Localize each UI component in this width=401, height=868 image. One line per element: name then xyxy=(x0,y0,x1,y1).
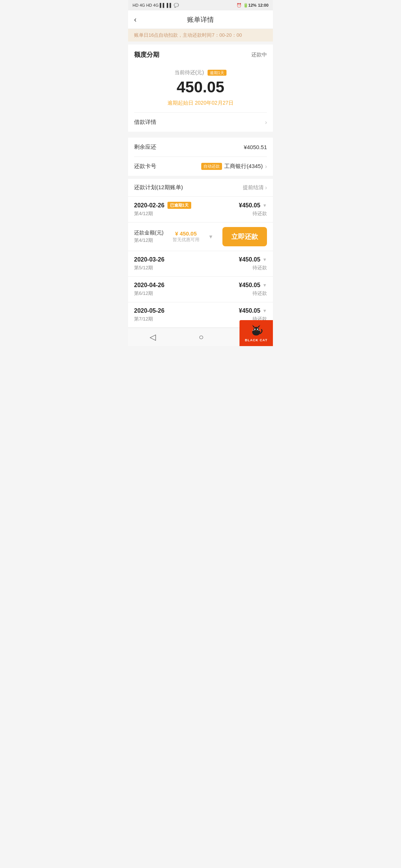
bank-info: 工商银行(4345) xyxy=(224,163,263,170)
expand-toggle[interactable]: ▼ xyxy=(208,234,213,240)
early-settle-label: 提前结清 xyxy=(243,184,264,191)
network-indicator: HD 4G HD 4G ▌▌ ▌▌ xyxy=(133,3,173,7)
plan-item-3-period: 第6/12期 xyxy=(134,290,153,297)
dropdown-arrow-2[interactable]: ▼ xyxy=(263,257,267,262)
status-right: ⏰ 🔋12% 12:00 xyxy=(237,3,268,8)
expanded-middle: ¥ 450.05 暂无优惠可用 xyxy=(173,230,199,243)
plan-item-3-amount: ¥450.05 ▼ xyxy=(239,282,267,289)
back-button[interactable]: ‹ xyxy=(134,15,137,24)
svg-marker-2 xyxy=(252,325,255,328)
expanded-period: 第4/12期 xyxy=(134,237,163,244)
amount-area: 当前待还(元) 逾期1天 450.05 逾期起始日 2020年02月27日 xyxy=(128,62,273,112)
black-cat-text: BLACK CAT xyxy=(245,338,268,342)
plan-item-2-top: 2020-03-26 ¥450.05 ▼ xyxy=(134,256,267,263)
pay-now-button[interactable]: 立即还款 xyxy=(222,227,267,246)
chevron-icon: › xyxy=(265,119,267,126)
plan-item-1: 2020-02-26 已逾期1天 ¥450.05 ▼ 第4/12期 待还款 xyxy=(128,196,273,222)
plan-item-2-status: 待还款 xyxy=(252,264,267,271)
chevron-icon-2: › xyxy=(265,163,267,170)
overdue-date-value: 2020年02月27日 xyxy=(195,100,234,106)
plan-item-1-status: 待还款 xyxy=(252,210,267,217)
repay-card-row[interactable]: 还款卡号 自动还款 工商银行(4345) › xyxy=(128,157,273,176)
overdue-label-badge-1: 已逾期1天 xyxy=(167,202,191,209)
section-header: 额度分期 还款中 xyxy=(128,45,273,62)
plan-item-3-status: 待还款 xyxy=(252,290,267,297)
time-display: 12:00 xyxy=(258,3,268,7)
plan-item-3-bottom: 第6/12期 待还款 xyxy=(134,290,267,297)
expanded-label: 还款金额(元) xyxy=(134,230,163,236)
overdue-badge: 逾期1天 xyxy=(208,70,226,76)
expanded-amount: ¥ 450.05 xyxy=(173,230,199,237)
amount-value: 450.05 xyxy=(134,78,267,96)
page-header: ‹ 账单详情 xyxy=(128,10,273,29)
plan-item-2: 2020-03-26 ¥450.05 ▼ 第5/12期 待还款 xyxy=(128,251,273,276)
plan-item-1-date: 2020-02-26 已逾期1天 xyxy=(134,202,191,209)
remaining-row: 剩余应还 ¥4050.51 xyxy=(128,138,273,157)
plan-item-2-date: 2020-03-26 xyxy=(134,256,164,263)
svg-marker-3 xyxy=(258,325,260,328)
status-left: HD 4G HD 4G ▌▌ ▌▌ 💬 xyxy=(133,3,179,8)
expanded-discount: 暂无优惠可用 xyxy=(173,237,199,243)
plan-item-4-top: 2020-05-26 ¥450.05 ▼ xyxy=(134,308,267,314)
remaining-value: ¥4050.51 xyxy=(244,144,267,150)
bottom-nav: ◁ ○ □ BLACK CAT xyxy=(128,328,273,346)
back-nav-button[interactable]: ◁ xyxy=(150,332,156,342)
expanded-left: 还款金额(元) 第4/12期 xyxy=(134,230,163,244)
loan-detail-label: 借款详情 xyxy=(134,119,156,126)
thick-divider-2 xyxy=(128,176,273,179)
battery-indicator: 🔋12% xyxy=(243,3,257,8)
thick-divider-1 xyxy=(128,132,273,135)
remaining-right: ¥4050.51 xyxy=(244,144,267,150)
plan-item-4-date: 2020-05-26 xyxy=(134,308,164,314)
status-bar: HD 4G HD 4G ▌▌ ▌▌ 💬 ⏰ 🔋12% 12:00 xyxy=(128,0,273,10)
svg-point-6 xyxy=(256,330,257,331)
expanded-panel: 还款金额(元) 第4/12期 ¥ 450.05 暂无优惠可用 ▼ 立即还款 xyxy=(128,222,273,251)
remaining-label: 剩余应还 xyxy=(134,144,156,151)
remaining-section: 剩余应还 ¥4050.51 还款卡号 自动还款 工商银行(4345) › xyxy=(128,138,273,176)
plan-action[interactable]: 提前结清 › xyxy=(243,184,267,191)
repay-card-label: 还款卡号 xyxy=(134,163,156,170)
black-cat-logo: BLACK CAT xyxy=(239,320,273,346)
auto-pay-badge: 自动还款 xyxy=(201,163,222,170)
plan-item-3-top: 2020-04-26 ¥450.05 ▼ xyxy=(134,282,267,289)
plan-item-1-top: 2020-02-26 已逾期1天 ¥450.05 ▼ xyxy=(134,202,267,209)
plan-item-4-period: 第7/12期 xyxy=(134,316,153,322)
dropdown-arrow-3[interactable]: ▼ xyxy=(263,283,267,288)
section-title: 额度分期 xyxy=(134,50,159,59)
plan-header: 还款计划(12期账单) 提前结清 › xyxy=(128,179,273,196)
plan-item-2-bottom: 第5/12期 待还款 xyxy=(134,264,267,271)
cat-icon xyxy=(250,324,263,338)
overdue-date: 逾期起始日 2020年02月27日 xyxy=(134,100,267,106)
plan-item-2-amount: ¥450.05 ▼ xyxy=(239,256,267,263)
loan-detail-right: › xyxy=(265,119,267,126)
loan-detail-row[interactable]: 借款详情 › xyxy=(128,113,273,132)
page-title: 账单详情 xyxy=(187,15,214,24)
notice-banner: 账单日16点自动扣款，主动还款时间7：00-20：00 xyxy=(128,29,273,42)
home-nav-button[interactable]: ○ xyxy=(199,332,203,342)
amount-label: 当前待还(元) 逾期1天 xyxy=(175,69,226,76)
wechat-icon: 💬 xyxy=(174,3,179,8)
plan-item-1-amount: ¥450.05 ▼ xyxy=(239,202,267,209)
dropdown-arrow-4[interactable]: ▼ xyxy=(263,308,267,313)
plan-item-4-amount: ¥450.05 ▼ xyxy=(239,308,267,314)
svg-point-5 xyxy=(257,329,258,330)
plan-item-2-period: 第5/12期 xyxy=(134,264,153,271)
plan-item-3-date: 2020-04-26 xyxy=(134,282,164,289)
main-section: 额度分期 还款中 当前待还(元) 逾期1天 450.05 逾期起始日 2020年… xyxy=(128,45,273,132)
dropdown-arrow-1[interactable]: ▼ xyxy=(263,203,267,208)
chevron-icon-3: › xyxy=(265,184,267,191)
svg-point-4 xyxy=(254,329,256,330)
repay-card-right: 自动还款 工商银行(4345) › xyxy=(201,163,267,170)
alarm-icon: ⏰ xyxy=(237,3,242,8)
plan-item-1-period: 第4/12期 xyxy=(134,210,153,217)
plan-item-3: 2020-04-26 ¥450.05 ▼ 第6/12期 待还款 xyxy=(128,276,273,302)
plan-item-1-bottom: 第4/12期 待还款 xyxy=(134,210,267,217)
plan-title: 还款计划(12期账单) xyxy=(134,184,183,191)
section-status: 还款中 xyxy=(251,52,267,58)
